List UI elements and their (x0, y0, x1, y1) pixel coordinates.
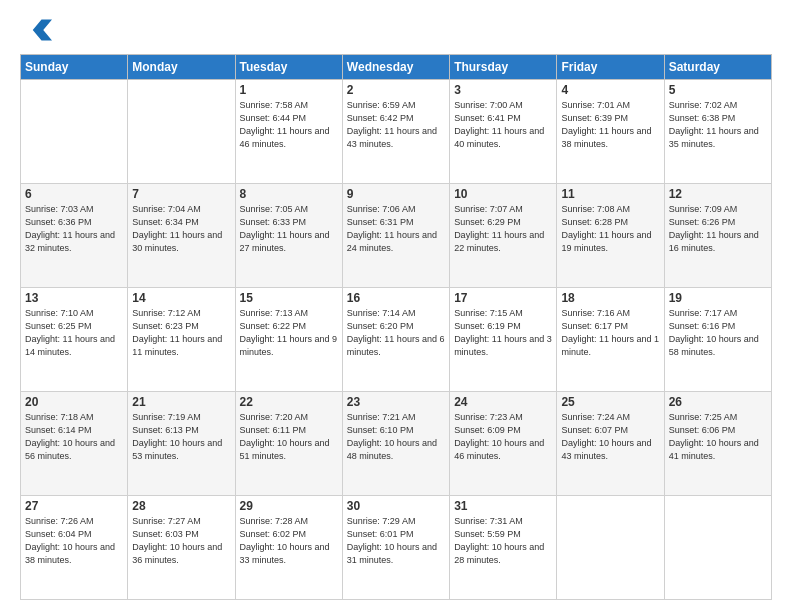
day-info: Sunrise: 7:31 AM Sunset: 5:59 PM Dayligh… (454, 515, 552, 567)
calendar-cell: 5 Sunrise: 7:02 AM Sunset: 6:38 PM Dayli… (664, 80, 771, 184)
header (20, 16, 772, 44)
day-info: Sunrise: 7:03 AM Sunset: 6:36 PM Dayligh… (25, 203, 123, 255)
day-number: 24 (454, 395, 552, 409)
calendar-cell: 27 Sunrise: 7:26 AM Sunset: 6:04 PM Dayl… (21, 496, 128, 600)
calendar-cell: 13 Sunrise: 7:10 AM Sunset: 6:25 PM Dayl… (21, 288, 128, 392)
day-info: Sunrise: 7:06 AM Sunset: 6:31 PM Dayligh… (347, 203, 445, 255)
calendar-cell: 16 Sunrise: 7:14 AM Sunset: 6:20 PM Dayl… (342, 288, 449, 392)
calendar-cell: 4 Sunrise: 7:01 AM Sunset: 6:39 PM Dayli… (557, 80, 664, 184)
calendar-cell: 22 Sunrise: 7:20 AM Sunset: 6:11 PM Dayl… (235, 392, 342, 496)
day-info: Sunrise: 7:16 AM Sunset: 6:17 PM Dayligh… (561, 307, 659, 359)
day-info: Sunrise: 7:21 AM Sunset: 6:10 PM Dayligh… (347, 411, 445, 463)
day-number: 6 (25, 187, 123, 201)
day-info: Sunrise: 6:59 AM Sunset: 6:42 PM Dayligh… (347, 99, 445, 151)
calendar-cell (664, 496, 771, 600)
calendar-cell: 14 Sunrise: 7:12 AM Sunset: 6:23 PM Dayl… (128, 288, 235, 392)
calendar-table: SundayMondayTuesdayWednesdayThursdayFrid… (20, 54, 772, 600)
day-number: 9 (347, 187, 445, 201)
day-number: 25 (561, 395, 659, 409)
day-number: 26 (669, 395, 767, 409)
day-number: 29 (240, 499, 338, 513)
day-number: 8 (240, 187, 338, 201)
day-info: Sunrise: 7:17 AM Sunset: 6:16 PM Dayligh… (669, 307, 767, 359)
day-number: 7 (132, 187, 230, 201)
day-number: 22 (240, 395, 338, 409)
day-info: Sunrise: 7:05 AM Sunset: 6:33 PM Dayligh… (240, 203, 338, 255)
day-info: Sunrise: 7:23 AM Sunset: 6:09 PM Dayligh… (454, 411, 552, 463)
day-number: 15 (240, 291, 338, 305)
day-number: 16 (347, 291, 445, 305)
logo-icon (24, 16, 52, 44)
day-number: 10 (454, 187, 552, 201)
day-number: 30 (347, 499, 445, 513)
day-info: Sunrise: 7:20 AM Sunset: 6:11 PM Dayligh… (240, 411, 338, 463)
day-number: 18 (561, 291, 659, 305)
day-number: 3 (454, 83, 552, 97)
weekday-header-monday: Monday (128, 55, 235, 80)
day-info: Sunrise: 7:02 AM Sunset: 6:38 PM Dayligh… (669, 99, 767, 151)
calendar-week-5: 27 Sunrise: 7:26 AM Sunset: 6:04 PM Dayl… (21, 496, 772, 600)
calendar-cell: 31 Sunrise: 7:31 AM Sunset: 5:59 PM Dayl… (450, 496, 557, 600)
calendar-cell (557, 496, 664, 600)
weekday-header-thursday: Thursday (450, 55, 557, 80)
calendar-cell: 6 Sunrise: 7:03 AM Sunset: 6:36 PM Dayli… (21, 184, 128, 288)
logo (20, 16, 52, 44)
calendar-cell: 26 Sunrise: 7:25 AM Sunset: 6:06 PM Dayl… (664, 392, 771, 496)
calendar-cell: 18 Sunrise: 7:16 AM Sunset: 6:17 PM Dayl… (557, 288, 664, 392)
day-info: Sunrise: 7:08 AM Sunset: 6:28 PM Dayligh… (561, 203, 659, 255)
calendar-cell: 7 Sunrise: 7:04 AM Sunset: 6:34 PM Dayli… (128, 184, 235, 288)
calendar-cell: 20 Sunrise: 7:18 AM Sunset: 6:14 PM Dayl… (21, 392, 128, 496)
day-info: Sunrise: 7:27 AM Sunset: 6:03 PM Dayligh… (132, 515, 230, 567)
calendar-week-3: 13 Sunrise: 7:10 AM Sunset: 6:25 PM Dayl… (21, 288, 772, 392)
day-number: 31 (454, 499, 552, 513)
day-info: Sunrise: 7:14 AM Sunset: 6:20 PM Dayligh… (347, 307, 445, 359)
weekday-header-wednesday: Wednesday (342, 55, 449, 80)
day-number: 12 (669, 187, 767, 201)
calendar-cell: 17 Sunrise: 7:15 AM Sunset: 6:19 PM Dayl… (450, 288, 557, 392)
day-info: Sunrise: 7:10 AM Sunset: 6:25 PM Dayligh… (25, 307, 123, 359)
day-number: 5 (669, 83, 767, 97)
page: SundayMondayTuesdayWednesdayThursdayFrid… (0, 0, 792, 612)
calendar-cell: 15 Sunrise: 7:13 AM Sunset: 6:22 PM Dayl… (235, 288, 342, 392)
day-info: Sunrise: 7:29 AM Sunset: 6:01 PM Dayligh… (347, 515, 445, 567)
calendar-cell: 1 Sunrise: 7:58 AM Sunset: 6:44 PM Dayli… (235, 80, 342, 184)
day-number: 17 (454, 291, 552, 305)
calendar-cell: 3 Sunrise: 7:00 AM Sunset: 6:41 PM Dayli… (450, 80, 557, 184)
day-number: 28 (132, 499, 230, 513)
day-number: 27 (25, 499, 123, 513)
day-info: Sunrise: 7:12 AM Sunset: 6:23 PM Dayligh… (132, 307, 230, 359)
weekday-header-sunday: Sunday (21, 55, 128, 80)
calendar-cell: 2 Sunrise: 6:59 AM Sunset: 6:42 PM Dayli… (342, 80, 449, 184)
day-info: Sunrise: 7:24 AM Sunset: 6:07 PM Dayligh… (561, 411, 659, 463)
day-number: 23 (347, 395, 445, 409)
calendar-cell (128, 80, 235, 184)
day-info: Sunrise: 7:13 AM Sunset: 6:22 PM Dayligh… (240, 307, 338, 359)
day-number: 19 (669, 291, 767, 305)
day-info: Sunrise: 7:26 AM Sunset: 6:04 PM Dayligh… (25, 515, 123, 567)
calendar-cell: 12 Sunrise: 7:09 AM Sunset: 6:26 PM Dayl… (664, 184, 771, 288)
calendar-cell (21, 80, 128, 184)
calendar-week-4: 20 Sunrise: 7:18 AM Sunset: 6:14 PM Dayl… (21, 392, 772, 496)
day-info: Sunrise: 7:28 AM Sunset: 6:02 PM Dayligh… (240, 515, 338, 567)
day-number: 21 (132, 395, 230, 409)
calendar-cell: 9 Sunrise: 7:06 AM Sunset: 6:31 PM Dayli… (342, 184, 449, 288)
calendar-week-2: 6 Sunrise: 7:03 AM Sunset: 6:36 PM Dayli… (21, 184, 772, 288)
day-info: Sunrise: 7:09 AM Sunset: 6:26 PM Dayligh… (669, 203, 767, 255)
calendar-cell: 23 Sunrise: 7:21 AM Sunset: 6:10 PM Dayl… (342, 392, 449, 496)
day-number: 20 (25, 395, 123, 409)
day-number: 13 (25, 291, 123, 305)
day-info: Sunrise: 7:04 AM Sunset: 6:34 PM Dayligh… (132, 203, 230, 255)
day-number: 1 (240, 83, 338, 97)
day-info: Sunrise: 7:15 AM Sunset: 6:19 PM Dayligh… (454, 307, 552, 359)
weekday-header-saturday: Saturday (664, 55, 771, 80)
calendar-cell: 19 Sunrise: 7:17 AM Sunset: 6:16 PM Dayl… (664, 288, 771, 392)
weekday-header-friday: Friday (557, 55, 664, 80)
day-info: Sunrise: 7:25 AM Sunset: 6:06 PM Dayligh… (669, 411, 767, 463)
calendar-cell: 24 Sunrise: 7:23 AM Sunset: 6:09 PM Dayl… (450, 392, 557, 496)
day-info: Sunrise: 7:00 AM Sunset: 6:41 PM Dayligh… (454, 99, 552, 151)
day-info: Sunrise: 7:18 AM Sunset: 6:14 PM Dayligh… (25, 411, 123, 463)
calendar-cell: 11 Sunrise: 7:08 AM Sunset: 6:28 PM Dayl… (557, 184, 664, 288)
day-number: 11 (561, 187, 659, 201)
calendar-cell: 29 Sunrise: 7:28 AM Sunset: 6:02 PM Dayl… (235, 496, 342, 600)
day-info: Sunrise: 7:19 AM Sunset: 6:13 PM Dayligh… (132, 411, 230, 463)
